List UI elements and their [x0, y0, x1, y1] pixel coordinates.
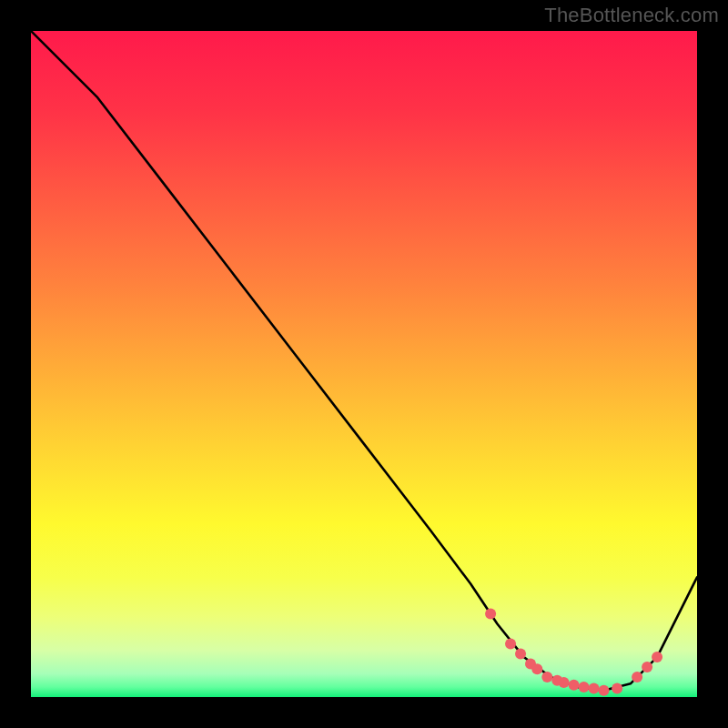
marker-dot	[515, 648, 526, 659]
chart-plot	[31, 31, 697, 697]
marker-dot	[505, 638, 516, 649]
watermark-label: TheBottleneck.com	[544, 4, 719, 27]
marker-dot	[642, 662, 652, 672]
marker-dot	[599, 685, 610, 696]
marker-dot	[612, 682, 622, 693]
chart-frame: TheBottleneck.com	[0, 0, 728, 728]
marker-dot	[485, 609, 496, 620]
marker-dot	[652, 652, 662, 662]
marker-dot	[541, 672, 552, 682]
marker-dot	[531, 663, 542, 674]
gradient-panel	[31, 31, 697, 697]
marker-dot	[579, 682, 590, 693]
marker-dot	[589, 682, 600, 693]
marker-dot	[569, 680, 580, 691]
marker-dot	[632, 672, 642, 682]
marker-dot	[559, 677, 570, 688]
